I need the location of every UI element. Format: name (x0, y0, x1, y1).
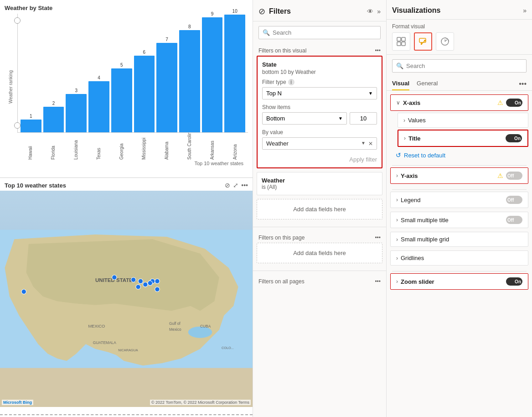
small-multiple-grid-row[interactable]: › Small multiple grid (390, 232, 528, 247)
tab-more-icon[interactable]: ••• (519, 80, 527, 88)
gridlines-chevron-icon: › (396, 255, 398, 261)
y-axis-label: Weather ranking (9, 70, 14, 103)
map-copyright: © 2022 TomTom, © 2022 Microsoft Corporat… (150, 400, 251, 405)
tab-visual[interactable]: Visual (392, 77, 409, 90)
legend-toggle-switch[interactable]: Off (506, 196, 522, 204)
legend-row[interactable]: › Legend Off (390, 192, 528, 208)
small-multiple-grid-label: Small multiple grid (401, 236, 522, 243)
map-dot-hawaii (21, 289, 26, 294)
gridlines-label: Gridlines (401, 255, 522, 261)
format-icon-btn[interactable] (414, 32, 432, 51)
filter-icon[interactable]: ⊘ (225, 182, 230, 189)
yaxis-chevron-icon: › (396, 172, 398, 179)
state-filter-subtitle: bottom 10 by Weather (262, 69, 377, 75)
title-toggle[interactable]: On (506, 134, 522, 142)
viz-divider-2 (392, 189, 527, 190)
tab-general[interactable]: General (417, 77, 438, 90)
viz-xaxis-section: ∨ X-axis ⚠ On › Values › Title On ↺ Rese… (390, 94, 528, 162)
dashed-divider (0, 414, 253, 415)
more-options-icon[interactable]: ••• (241, 182, 248, 189)
viz-smallmultiplegrid-section: › Small multiple grid (390, 232, 528, 249)
xaxis-row[interactable]: ∨ X-axis ⚠ On (390, 94, 528, 111)
small-multiple-title-row[interactable]: › Small multiple title Off (390, 212, 528, 228)
title-label: Title (408, 135, 506, 142)
yaxis-toggle[interactable]: Off (506, 172, 522, 180)
legend-toggle[interactable]: Off (506, 196, 522, 204)
expand-icon[interactable]: ⤢ (233, 182, 238, 189)
map-dot-alabama (148, 281, 152, 285)
show-items-label-row: Show items (262, 104, 377, 110)
chevron-down-icon: ▼ (368, 91, 373, 96)
more-options-visual-icon[interactable]: ••• (375, 47, 381, 54)
zoom-slider-label: Zoom slider (401, 278, 506, 285)
by-value-field: Weather (266, 140, 361, 147)
map-title-bar: Top 10 weather states ⊘ ⤢ ••• (0, 178, 253, 191)
x-label-alabama: Alabama (156, 133, 177, 160)
zoom-slider-toggle-switch[interactable]: On (506, 277, 522, 286)
filter-search-box[interactable]: 🔍 (258, 26, 381, 39)
title-row[interactable]: › Title On (398, 130, 528, 147)
apply-filter-area: Apply filter (262, 154, 377, 163)
small-multiple-title-toggle-switch[interactable]: Off (506, 216, 522, 224)
apply-filter-label[interactable]: Apply filter (349, 156, 377, 163)
small-multiple-title-toggle[interactable]: Off (506, 216, 522, 224)
add-data-fields-visual[interactable]: Add data fields here (257, 199, 382, 219)
grid-icon-btn[interactable] (392, 32, 410, 51)
title-toggle-switch[interactable]: On (506, 134, 522, 142)
chart-footer: Top 10 weather states (5, 160, 248, 167)
bar-georgia: 5 (111, 63, 132, 132)
zoom-slider-toggle[interactable]: On (506, 277, 522, 286)
filters-on-visual-label: Filters on this visual ••• (253, 44, 386, 56)
map-svg: UNITED STATES MEXICO Gulf of Mexico CUBA… (0, 191, 253, 407)
svg-rect-13 (402, 42, 405, 46)
xaxis-chevron-icon: ∨ (396, 99, 400, 106)
show-items-direction-select[interactable]: Bottom ▼ (262, 112, 347, 125)
map-container: Top 10 weather states ⊘ ⤢ ••• UNITED STA… (0, 178, 253, 412)
filter-funnel-icon: ⊘ (258, 6, 265, 16)
yaxis-row[interactable]: › Y-axis ⚠ Off (390, 167, 528, 184)
analytics-icon-btn[interactable] (436, 32, 454, 51)
filter-search-input[interactable] (273, 29, 377, 36)
xaxis-toggle-switch[interactable]: On (506, 99, 522, 107)
bar-chart-container: Weather by State Weather ranking 1 (0, 0, 253, 178)
chevron-down-icon-2: ▼ (338, 116, 343, 121)
yaxis-warning-icon: ⚠ (497, 172, 503, 179)
map-dot-louisiana (136, 285, 140, 289)
eye-icon[interactable]: 👁 (367, 8, 373, 15)
show-items-row: Bottom ▼ (262, 112, 377, 125)
zoom-slider-chevron-icon: › (396, 278, 398, 285)
viz-divider-1 (392, 165, 527, 166)
viz-gridlines-section: › Gridlines (390, 250, 528, 267)
viz-collapse-icon[interactable]: » (523, 7, 527, 14)
map-bing-credit: Microsoft Bing (2, 400, 33, 405)
by-value-label-row: By value (262, 129, 377, 136)
filter-type-select[interactable]: Top N ▼ (262, 87, 377, 99)
by-value-row: Weather ▼ ✕ (262, 137, 377, 150)
x-label-arkansas: Arkansas (201, 133, 222, 160)
chevron-double-right-icon[interactable]: » (377, 8, 381, 15)
x-label-mississippi: Mississippi (134, 133, 155, 160)
bar-alabama: 7 (156, 37, 177, 132)
chevron-down-icon-3[interactable]: ▼ (361, 141, 366, 147)
format-visual-label: Format visual (387, 20, 532, 32)
svg-text:NICARAGUA: NICARAGUA (118, 348, 138, 352)
reset-label: Reset to default (404, 152, 445, 159)
xaxis-toggle[interactable]: On (506, 99, 522, 107)
state-filter-title: State (262, 61, 377, 68)
viz-search-input[interactable] (406, 63, 522, 69)
clear-by-value-icon[interactable]: ✕ (368, 141, 373, 147)
add-data-fields-page[interactable]: Add data fields here (257, 243, 382, 263)
more-options-all-icon[interactable]: ••• (375, 278, 381, 285)
bar-mississippi: 6 (134, 50, 155, 132)
x-label-georgia: Georgia (111, 133, 132, 160)
map-dot-mississippi (143, 282, 148, 287)
viz-search-box[interactable]: 🔍 (392, 59, 527, 73)
values-row[interactable]: › Values (398, 113, 528, 128)
show-items-count-input[interactable] (350, 112, 377, 125)
zoom-slider-row[interactable]: › Zoom slider On (390, 273, 528, 290)
yaxis-toggle-switch[interactable]: Off (506, 172, 522, 180)
more-options-page-icon[interactable]: ••• (375, 235, 381, 241)
weather-filter-sub: is (All) (262, 184, 377, 190)
gridlines-row[interactable]: › Gridlines (390, 250, 528, 266)
reset-to-default-btn[interactable]: ↺ Reset to default (390, 149, 528, 162)
